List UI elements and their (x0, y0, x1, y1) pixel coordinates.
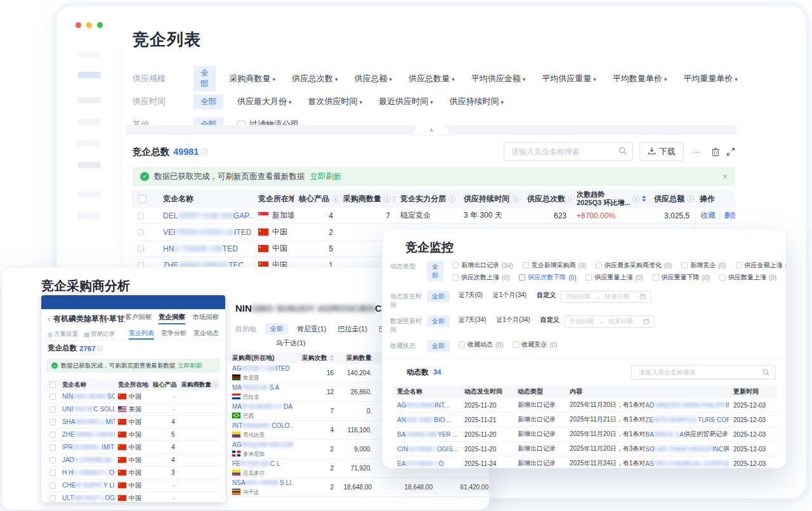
column-header[interactable]: 动态发生时间 (460, 385, 513, 398)
checkbox-icon[interactable] (786, 274, 787, 281)
mini-refresh-link[interactable]: 立即刷新 (178, 362, 202, 370)
monitor-type-checkbox[interactable]: 新增出口记录(34) (452, 261, 513, 270)
column-header[interactable]: 更新时间 (729, 385, 777, 398)
search-icon[interactable] (619, 146, 627, 157)
core-product-count[interactable]: 5 (294, 244, 338, 253)
date-range-input[interactable]: 开始日期→结束日期 (565, 315, 655, 328)
date-range-input[interactable]: 开始日期→结束日期 (561, 291, 651, 303)
destination-tab[interactable]: 肯尼亚(1) (297, 324, 326, 334)
core-product-count[interactable]: 2 (294, 228, 338, 237)
competitor-name-link[interactable]: DELIVERY HUB SIN GAP... (158, 211, 253, 220)
filter-dropdown[interactable]: 供应持续时间▾ (450, 96, 504, 107)
core-product-count[interactable]: 3 (150, 469, 178, 476)
filter-all-button[interactable]: 全部 (427, 261, 443, 281)
purchaser-name-link[interactable]: AGROVET LIMITED (232, 365, 290, 373)
checkbox-icon[interactable] (49, 482, 56, 489)
favorite-link[interactable]: 收藏 (700, 210, 716, 221)
purchaser-name-link[interactable]: FERTISA SA C L (232, 460, 280, 468)
checkbox-icon[interactable] (49, 457, 56, 463)
filter-dropdown[interactable]: 供应总额▾ (355, 73, 393, 84)
competitor-name-link[interactable]: JADE CHEMICAL (59, 456, 115, 463)
delete-link[interactable]: 删除 (724, 210, 735, 221)
column-header[interactable]: 采购次数 (294, 352, 338, 364)
column-header[interactable]: 内容 (565, 385, 729, 398)
monitor-type-checkbox[interactable]: 供应次数下降(0) (519, 273, 576, 282)
competitor-name-link[interactable]: SHANDONG LIMITED (59, 418, 115, 425)
purchaser-name-link[interactable]: MARCA AGRO LTDA (232, 403, 292, 411)
checkbox-icon[interactable] (49, 470, 56, 476)
destination-all-button[interactable]: 全部 (265, 323, 288, 335)
filter-all-button[interactable]: 全部 (427, 291, 450, 302)
checkbox-icon[interactable] (49, 419, 56, 425)
refresh-link[interactable]: 立即刷新 (310, 171, 342, 182)
monitor-type-checkbox[interactable]: 收藏动态(0) (459, 340, 503, 349)
tab-竞企洞察[interactable]: 竞企洞察 (159, 313, 185, 324)
monitor-type-checkbox[interactable]: 新增竞企(0) (681, 261, 726, 270)
sidebar-item-active[interactable] (78, 72, 101, 78)
filter-dropdown[interactable]: 采购商数量▾ (230, 73, 276, 84)
column-header[interactable]: 供应总额i (649, 190, 695, 208)
maximize-dot-icon[interactable] (97, 22, 103, 28)
checkbox-icon[interactable] (138, 213, 144, 219)
checkbox-icon[interactable] (681, 262, 688, 269)
column-header[interactable]: 竞企名称 (59, 379, 115, 390)
collapse-button[interactable]: ∧ (413, 125, 450, 135)
column-header[interactable]: 竞企所在地i (115, 379, 150, 390)
checkbox-icon[interactable] (519, 274, 525, 281)
menu-item-贸易记录[interactable]: ▤贸易记录 (84, 330, 115, 338)
filter-dropdown[interactable]: 供应总次数▾ (292, 73, 338, 84)
competitor-name-link[interactable]: BAODING MEYER ... (393, 431, 460, 438)
checkbox-icon[interactable] (596, 262, 602, 269)
column-header[interactable]: 采购商(所在地) (228, 352, 294, 364)
filter-dropdown[interactable]: 首次供应时间▾ (308, 96, 363, 107)
search-input[interactable] (510, 147, 619, 157)
monitor-search-input[interactable] (638, 368, 763, 376)
menu-item-方案设置[interactable]: ◎方案设置 (48, 330, 78, 338)
buyer-count[interactable]: 7 (338, 211, 395, 220)
monitor-type-checkbox[interactable]: 供应重量上涨(0) (586, 273, 643, 282)
time-range-option[interactable]: 近1个月(34) (493, 291, 527, 300)
competitor-name-link[interactable]: CHEM SUPPLY LIMITED (59, 482, 115, 489)
checkbox-icon[interactable] (513, 342, 519, 348)
purchase-times[interactable]: 2 (294, 484, 338, 491)
purchaser-name-link[interactable]: AGROQUIM NACIONAL SRL (232, 441, 294, 449)
purchase-times[interactable]: 4 (294, 427, 338, 434)
column-header[interactable]: 采购商数量i (178, 379, 220, 390)
tab-客户洞察[interactable]: 客户洞察 (125, 313, 152, 324)
monitor-type-checkbox[interactable]: 收藏竞企(0) (513, 340, 557, 349)
column-header[interactable]: 核心产品i (150, 379, 178, 390)
core-product-count[interactable]: 4 (150, 456, 178, 463)
filter-dropdown[interactable]: 平均数量单价▾ (613, 73, 667, 84)
more-button[interactable]: ⋯ (690, 147, 705, 157)
checkbox-icon[interactable] (49, 432, 56, 438)
core-product-count[interactable]: 4 (294, 211, 338, 220)
core-product-count[interactable]: 5 (150, 431, 178, 438)
time-range-option[interactable]: 近7天(0) (459, 291, 483, 300)
column-header[interactable]: 核心产品i (294, 190, 338, 208)
competitor-name-link[interactable]: IPROCHEM LIMITED 35... (59, 444, 115, 451)
monitor-type-checkbox[interactable]: 竞企新增采购商(0) (523, 261, 586, 270)
subtab-竞企动态[interactable]: 竞企动态 (193, 329, 219, 340)
column-header[interactable]: 次数趋势2025Q3 环比增...i (572, 190, 649, 208)
competitor-name-link[interactable]: EASTCHEM CO (393, 460, 460, 467)
purchase-times[interactable]: 12 (294, 388, 338, 395)
filter-all-button[interactable]: 全部 (427, 340, 450, 352)
filter-dropdown[interactable]: 平均重量单价▾ (683, 73, 738, 84)
monitor-type-checkbox[interactable]: 供应金额上涨(0) (736, 261, 787, 270)
checkbox-icon[interactable] (138, 195, 147, 203)
fullscreen-icon[interactable] (726, 147, 735, 156)
supply-times[interactable]: 623 (522, 211, 572, 220)
trash-icon[interactable] (711, 147, 720, 157)
monitor-type-checkbox[interactable]: 供应数量上涨(0) (719, 273, 776, 282)
filter-all-button[interactable]: 全部 (427, 315, 450, 327)
purchaser-name-link[interactable]: MATRISOJA S A (232, 384, 279, 392)
search-icon[interactable] (763, 367, 769, 378)
filter-dropdown[interactable]: 平均供应重量▾ (542, 73, 596, 84)
monitor-type-checkbox[interactable]: 供应最多采购商变化(0) (596, 261, 672, 270)
checkbox-icon[interactable] (653, 274, 659, 281)
purchase-times[interactable]: 16 (294, 369, 338, 376)
tab-市场洞察[interactable]: 市场洞察 (192, 313, 219, 324)
checkbox-icon[interactable] (459, 342, 465, 348)
time-range-option[interactable]: 近1个月(34) (496, 315, 530, 324)
purchase-times[interactable]: 2 (294, 446, 338, 453)
